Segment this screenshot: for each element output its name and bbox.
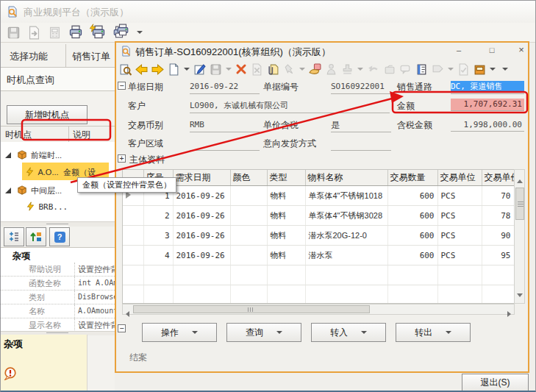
cell-qty[interactable]: 600 xyxy=(387,186,437,206)
cell-material[interactable]: 潜水泵 xyxy=(305,246,387,266)
cell-unit[interactable]: PCS xyxy=(437,226,482,246)
tree-rule-label[interactable]: BRB... xyxy=(38,202,68,212)
property-row[interactable]: 函数全称 int A.OAm xyxy=(1,277,115,291)
cell-price[interactable]: 70 xyxy=(482,186,514,206)
quick-print-icon[interactable] xyxy=(90,25,106,40)
horizontal-scroll-thumb[interactable] xyxy=(133,305,370,313)
amount-field[interactable]: 1,707,692.31 xyxy=(451,99,524,111)
save-icon[interactable] xyxy=(7,26,21,40)
exit-button[interactable]: 退出(S) xyxy=(462,374,529,392)
cell-unit[interactable]: PCS xyxy=(437,206,482,226)
cell-type[interactable]: 物料 xyxy=(267,206,305,226)
archive-dropdown-icon[interactable] xyxy=(490,68,496,71)
minimize-button[interactable]: – xyxy=(451,45,467,56)
cell-date[interactable]: 2016-09-26 xyxy=(173,226,230,246)
doc-date-field[interactable]: 2016-09-22 xyxy=(190,81,260,94)
toolbar-dropdown-icon[interactable] xyxy=(137,31,143,34)
add-timing-point-button[interactable]: 新增时机点 xyxy=(7,105,87,124)
stamp-icon[interactable] xyxy=(341,63,354,76)
transfer-in-button[interactable]: 转入 xyxy=(311,323,386,342)
cell-seq[interactable]: 3 xyxy=(143,226,173,246)
tree-header-desc[interactable]: 说明 xyxy=(73,129,90,141)
approve-icon[interactable] xyxy=(325,63,337,76)
overflow-dropdown-icon[interactable] xyxy=(502,68,508,71)
property-value[interactable]: int A.OAm xyxy=(74,277,115,290)
cell-date[interactable]: 2016-09-26 xyxy=(173,186,230,206)
table-row[interactable]: 3 2016-09-26 物料 潜水泵20G-12-0 600 PCS 90 xyxy=(123,226,514,246)
notebook-icon[interactable] xyxy=(415,63,428,76)
tree-node-label[interactable]: 前端时... xyxy=(31,151,62,160)
tree-rule-desc[interactable]: 金额（设 xyxy=(63,168,96,177)
col-material[interactable]: 物料名称 xyxy=(305,170,387,186)
forward-icon[interactable] xyxy=(151,63,164,76)
cell-seq[interactable]: 4 xyxy=(143,246,173,266)
calculator-icon[interactable] xyxy=(48,26,62,40)
tag-icon[interactable] xyxy=(432,63,444,76)
new-document-icon[interactable] xyxy=(168,63,180,76)
archive-icon[interactable] xyxy=(474,63,486,76)
back-icon[interactable] xyxy=(135,63,148,76)
find-icon[interactable] xyxy=(119,63,132,76)
close-case-label[interactable]: 结案 xyxy=(129,352,147,364)
col-color[interactable]: 颜色 xyxy=(230,170,267,186)
stamp-dropdown-icon[interactable] xyxy=(357,68,363,71)
horizontal-scrollbar[interactable] xyxy=(122,304,515,315)
cell-material[interactable]: 单泵体4"不锈钢1018 xyxy=(305,186,387,206)
tree-header-timing[interactable]: 时机点 xyxy=(5,129,32,141)
export-icon[interactable] xyxy=(27,26,41,40)
customer-field[interactable]: LO900, 东诚机械有限公司 xyxy=(190,100,390,113)
cell-color[interactable] xyxy=(230,206,267,226)
edit-icon[interactable] xyxy=(193,63,206,76)
verify-icon[interactable] xyxy=(457,63,470,76)
col-demand-date[interactable]: 需求日期 xyxy=(173,170,230,186)
currency-field[interactable]: RMB xyxy=(190,119,260,132)
cell-type[interactable]: 物料 xyxy=(267,246,305,266)
tab-select-function[interactable]: 选择功能 xyxy=(10,50,48,63)
region-field[interactable] xyxy=(190,138,260,151)
table-row-empty[interactable] xyxy=(123,285,514,304)
property-value[interactable]: DisBrowse xyxy=(74,291,115,304)
undo-icon[interactable] xyxy=(367,63,379,76)
expand-icon[interactable] xyxy=(5,188,11,193)
property-section-title[interactable]: 杂项 xyxy=(12,251,30,261)
cell-seq[interactable]: 2 xyxy=(143,206,173,226)
warning-bubble-icon[interactable] xyxy=(4,367,17,380)
footer-section-toggle[interactable]: − xyxy=(118,324,126,332)
channel-field[interactable]: DC, 渠道销售 xyxy=(451,81,524,94)
handover-icon[interactable] xyxy=(309,63,321,76)
property-value[interactable]: A.OAmount xyxy=(74,304,115,318)
vertical-scrollbar[interactable] xyxy=(514,169,525,304)
table-row[interactable]: 1 2016-09-26 物料 单泵体4"不锈钢1018 600 PCS 70 xyxy=(123,186,514,206)
delivery-field[interactable] xyxy=(331,138,391,151)
cell-material[interactable]: 单泵体4"不锈钢3028 xyxy=(305,206,387,226)
cell-date[interactable]: 2016-09-26 xyxy=(173,206,230,226)
discard-icon[interactable] xyxy=(251,63,263,76)
cell-price[interactable]: 78 xyxy=(482,206,514,226)
import-icon[interactable] xyxy=(383,63,396,76)
table-row-empty[interactable] xyxy=(123,266,514,285)
cell-price[interactable]: 95 xyxy=(482,246,514,266)
col-type[interactable]: 类型 xyxy=(267,170,305,186)
sort-az-button[interactable] xyxy=(26,227,46,246)
new-dropdown-icon[interactable] xyxy=(184,68,190,71)
col-unit[interactable]: 交易单位 xyxy=(437,170,482,186)
doc-no-field[interactable]: SO160922001 xyxy=(331,81,391,94)
property-row[interactable]: 显示名称 设置控件背 xyxy=(1,318,115,332)
cell-color[interactable] xyxy=(230,226,267,246)
cell-material[interactable]: 潜水泵20G-12-0 xyxy=(305,226,387,246)
comment-icon[interactable] xyxy=(399,63,412,76)
tree-rule-label[interactable]: A.O... xyxy=(37,168,58,177)
print-icon[interactable] xyxy=(68,25,83,40)
tax-amount-field[interactable]: 1,998,000.00 xyxy=(451,119,524,132)
property-row[interactable]: 类别 DisBrowse xyxy=(1,291,115,304)
cell-type[interactable]: 物料 xyxy=(267,226,305,246)
tree-row-middle[interactable]: 中间层... xyxy=(5,183,62,196)
save-dropdown-icon[interactable] xyxy=(226,68,232,71)
table-row[interactable]: 4 2016-09-26 物料 潜水泵 600 PCS 95 xyxy=(123,246,514,266)
tree-node-label[interactable]: 中间层... xyxy=(31,186,62,195)
tree-row-frontend[interactable]: 前端时... xyxy=(5,148,62,161)
save-icon[interactable] xyxy=(210,63,222,76)
transfer-out-button[interactable]: 转出 xyxy=(396,323,471,342)
cell-color[interactable] xyxy=(230,246,267,266)
cell-qty[interactable]: 600 xyxy=(387,246,437,266)
